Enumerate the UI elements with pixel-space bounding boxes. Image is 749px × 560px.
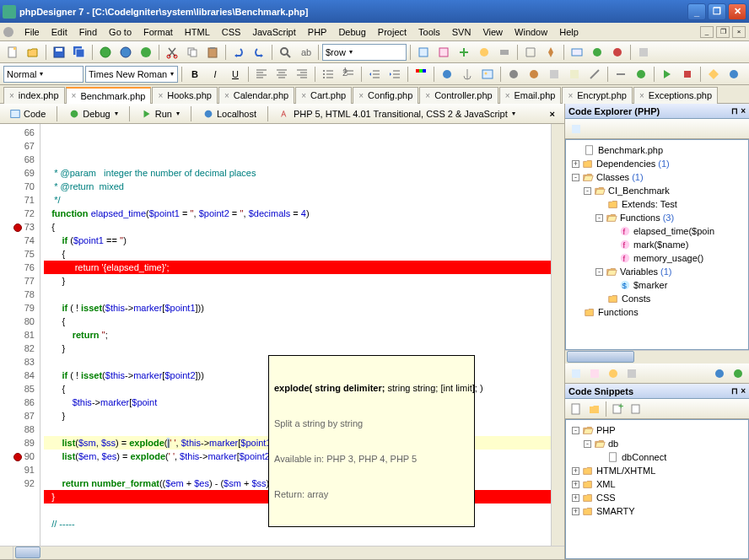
- pin-icon[interactable]: ⊓: [731, 106, 738, 116]
- tree-node[interactable]: +SMARTY: [569, 504, 745, 518]
- code-explorer-tree[interactable]: Benchmark.php+Dependencies (1)-Classes (…: [565, 139, 749, 350]
- open-file-button[interactable]: [24, 43, 42, 62]
- tree-node[interactable]: -Functions (3): [569, 211, 745, 224]
- ebt-5[interactable]: [710, 364, 729, 383]
- undo-button[interactable]: [229, 43, 248, 62]
- outdent-button[interactable]: [365, 65, 384, 83]
- file-tab[interactable]: ×Email.php: [499, 87, 562, 104]
- tree-node[interactable]: +CSS: [569, 491, 745, 504]
- new-file-button[interactable]: [3, 43, 22, 62]
- tree-node[interactable]: -PHP: [569, 423, 745, 437]
- tree-node[interactable]: +HTML/XHTML: [569, 464, 745, 477]
- globe-green-button[interactable]: [96, 43, 115, 62]
- list-ul-button[interactable]: [319, 65, 337, 83]
- tree-node[interactable]: fmark($name): [569, 238, 745, 251]
- globe-blue-button[interactable]: [116, 43, 135, 62]
- tree-node[interactable]: +XML: [569, 477, 745, 491]
- maximize-button[interactable]: ❐: [708, 3, 726, 20]
- mdi-close-button[interactable]: ×: [732, 26, 746, 38]
- tab-close-icon[interactable]: ×: [224, 91, 229, 100]
- sn-add[interactable]: +: [608, 400, 627, 418]
- tool-8[interactable]: [568, 43, 586, 62]
- tree-node[interactable]: $$marker: [569, 278, 745, 292]
- menu-view[interactable]: View: [477, 25, 509, 39]
- misc-6[interactable]: [612, 65, 630, 83]
- code-editor[interactable]: 6667686970717273747576777879808182838485…: [0, 124, 564, 546]
- file-tab[interactable]: ×Controller.php: [419, 87, 498, 104]
- find-button[interactable]: [276, 43, 294, 62]
- sn-new[interactable]: [567, 400, 585, 418]
- menu-window[interactable]: Window: [509, 25, 553, 39]
- tab-close-icon[interactable]: ×: [639, 91, 644, 100]
- anchor-button[interactable]: [458, 65, 477, 83]
- menu-javascript[interactable]: JavaScript: [246, 25, 301, 39]
- file-tab[interactable]: ×Config.php: [353, 87, 418, 104]
- file-tab[interactable]: ×Hooks.php: [152, 87, 217, 104]
- misc-4[interactable]: [565, 65, 584, 83]
- editor-close-button[interactable]: ×: [544, 106, 561, 121]
- tool-10[interactable]: [608, 43, 627, 62]
- tool-5[interactable]: [495, 43, 514, 62]
- ebt-4[interactable]: [622, 364, 641, 383]
- menu-find[interactable]: Find: [73, 25, 103, 39]
- menu-css[interactable]: CSS: [216, 25, 247, 39]
- tree-node[interactable]: -Classes (1): [569, 170, 745, 184]
- image-button[interactable]: [478, 65, 497, 83]
- file-tab[interactable]: ×Exceptions.php: [633, 87, 718, 104]
- tool-6[interactable]: [521, 43, 540, 62]
- tab-close-icon[interactable]: ×: [505, 91, 510, 100]
- tool-4[interactable]: [475, 43, 493, 62]
- sn-folder[interactable]: [585, 400, 604, 418]
- tab-close-icon[interactable]: ×: [72, 91, 77, 100]
- menu-tools[interactable]: Tools: [412, 25, 446, 39]
- font-combo[interactable]: Times New Roman▾: [85, 66, 178, 83]
- menu-format[interactable]: Format: [137, 25, 179, 39]
- redo-button[interactable]: [250, 43, 268, 62]
- variable-combo[interactable]: $row▾: [322, 44, 407, 61]
- tab-close-icon[interactable]: ×: [568, 91, 573, 100]
- pin-icon[interactable]: ⊓: [731, 386, 738, 396]
- save-all-button[interactable]: [70, 43, 89, 62]
- menu-edit[interactable]: Edit: [46, 25, 73, 39]
- editor-scroll-v[interactable]: [551, 124, 564, 546]
- tool-7[interactable]: [542, 43, 560, 62]
- mdi-restore-button[interactable]: ❐: [716, 26, 730, 38]
- file-tab[interactable]: ×index.php: [3, 87, 65, 104]
- globe-button[interactable]: [137, 43, 155, 62]
- menu-html[interactable]: HTML: [179, 25, 216, 39]
- menu-project[interactable]: Project: [372, 25, 412, 39]
- misc-3[interactable]: [545, 65, 563, 83]
- menu-svn[interactable]: SVN: [446, 25, 477, 39]
- indent-button[interactable]: [385, 65, 404, 83]
- replace-button[interactable]: ab: [296, 43, 315, 62]
- paste-button[interactable]: [203, 43, 222, 62]
- misc-1[interactable]: [504, 65, 523, 83]
- tree-node[interactable]: -Variables (1): [569, 265, 745, 278]
- file-tab[interactable]: ×Benchmark.php: [66, 87, 152, 104]
- tab-close-icon[interactable]: ×: [301, 91, 306, 100]
- code-view-button[interactable]: Code: [3, 105, 51, 122]
- menu-help[interactable]: Help: [553, 25, 585, 39]
- tree-node[interactable]: +Dependencies (1): [569, 157, 745, 170]
- tree-node[interactable]: felapsed_time($poin: [569, 224, 745, 238]
- mdi-minimize-button[interactable]: _: [700, 26, 714, 38]
- lang-mode-button[interactable]: PHP 5, HTML 4.01 Transitional, CSS 2 & J…: [273, 105, 521, 122]
- minimize-button[interactable]: _: [687, 3, 706, 20]
- tree-node[interactable]: fmemory_usage(): [569, 251, 745, 265]
- misc-8[interactable]: [704, 65, 723, 83]
- tree-node[interactable]: Extends: Test: [569, 197, 745, 211]
- tree-node[interactable]: Benchmark.php: [569, 143, 745, 157]
- snippets-tree[interactable]: -PHP-dbdbConnect+HTML/XHTML+XML+CSS+SMAR…: [565, 419, 749, 559]
- tree-node[interactable]: Functions: [569, 305, 745, 319]
- stop-button[interactable]: [678, 65, 697, 83]
- align-right-button[interactable]: [293, 65, 311, 83]
- editor-scroll-h[interactable]: [0, 546, 564, 559]
- misc-5[interactable]: [585, 65, 604, 83]
- ce-tool-1[interactable]: [567, 120, 585, 138]
- list-ol-button[interactable]: 12: [339, 65, 358, 83]
- debug-button[interactable]: Debug▾: [62, 105, 123, 122]
- italic-button[interactable]: I: [206, 65, 224, 83]
- file-tab[interactable]: ×Calendar.php: [218, 87, 294, 104]
- style-combo[interactable]: Normal▾: [3, 66, 84, 83]
- misc-7[interactable]: [632, 65, 650, 83]
